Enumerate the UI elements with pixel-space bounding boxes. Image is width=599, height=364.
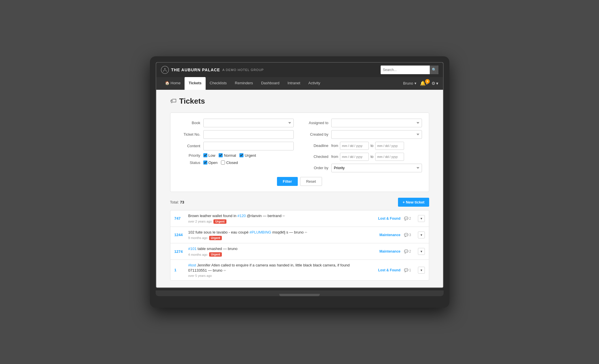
ticket-body: #101 table smashed — bruno 4 months ago …: [188, 246, 368, 257]
search-button[interactable]: 🔍: [430, 66, 438, 74]
search-box[interactable]: 🔍: [381, 66, 438, 74]
filter-priority-label: Priority: [177, 153, 200, 158]
nav-item-activity[interactable]: Activity: [304, 77, 324, 90]
filter-button[interactable]: Filter: [277, 177, 298, 186]
edit-icon[interactable]: ✏: [224, 269, 226, 272]
ticket-title: 102 fuite sous le lavabo - eau coupé #PL…: [188, 230, 368, 235]
nav-bell[interactable]: 🔔 3 ▾: [420, 81, 428, 86]
filter-status-label: Status: [177, 160, 200, 165]
checked-to-input[interactable]: [375, 153, 404, 161]
gear-icon: ⚙: [431, 81, 435, 86]
status-badge: Urgent: [213, 219, 226, 224]
status-open-checkbox[interactable]: [203, 160, 207, 165]
nav-item-tickets[interactable]: Tickets: [185, 77, 206, 90]
filter-orderby-label: Order by: [305, 166, 328, 170]
filter-content-label: Content: [177, 144, 200, 148]
filter-ticketno-input[interactable]: [203, 130, 294, 139]
brand-name: THE AUBURN PALACE: [171, 68, 220, 72]
ticket-action-button[interactable]: ▾: [418, 267, 425, 274]
nav-user[interactable]: Bruno ▾: [403, 81, 416, 85]
checked-from-input[interactable]: [340, 153, 369, 161]
filter-createdby-row: Created by: [305, 130, 422, 139]
edit-icon[interactable]: ✏: [282, 214, 285, 218]
status-closed-label: Closed: [226, 160, 238, 165]
new-ticket-button[interactable]: + New ticket: [398, 198, 429, 207]
deadline-from-input[interactable]: [340, 142, 369, 150]
deadline-to-input[interactable]: [375, 142, 404, 150]
filter-orderby-select[interactable]: Priority: [331, 164, 422, 172]
filter-form: Book Ticket No. Content Priority: [170, 113, 429, 192]
ticket-meta: over 2 years ago Urgent: [188, 219, 368, 224]
status-closed-item[interactable]: Closed: [221, 160, 238, 165]
edit-icon[interactable]: ✏: [305, 231, 307, 234]
filter-createdby-select[interactable]: [331, 130, 422, 139]
navbar: 🏠 Home Tickets Checklists Reminders Dash…: [156, 77, 443, 90]
ticket-id[interactable]: 747: [174, 216, 185, 221]
checked-inputs: from to: [331, 153, 404, 161]
nav-items: 🏠 Home Tickets Checklists Reminders Dash…: [161, 77, 403, 90]
status-closed-checkbox[interactable]: [221, 160, 225, 165]
filter-deadline-label: Deadline: [305, 143, 328, 148]
ticket-action-button[interactable]: ▾: [418, 232, 425, 238]
ticket-title: #lost Jennifer Atlen called to enquire i…: [188, 263, 368, 273]
filter-book-select[interactable]: [203, 119, 294, 127]
filter-assignedto-select[interactable]: [331, 119, 422, 127]
filter-assignedto-row: Assigned to: [305, 119, 422, 127]
filter-content-row: Content: [177, 142, 294, 150]
priority-low-item[interactable]: Low: [203, 153, 215, 158]
status-checkbox-group: Open Closed: [203, 160, 294, 165]
comment-icon: 💬: [404, 216, 408, 221]
nav-item-dashboard[interactable]: Dashboard: [257, 77, 284, 90]
deadline-inputs: from to: [331, 142, 404, 150]
ticket-meta: over 5 years ago: [188, 274, 368, 277]
filter-deadline-row: Deadline from to: [305, 142, 422, 150]
nav-item-intranet[interactable]: Intranet: [283, 77, 304, 90]
checked-from-label: from: [331, 155, 338, 159]
logo-icon: [161, 66, 169, 74]
table-row: 1274 #101 table smashed — bruno 4 months…: [170, 243, 429, 260]
filter-priority-row: Priority Low Normal: [177, 153, 294, 158]
priority-normal-item[interactable]: Normal: [219, 153, 236, 158]
laptop-base: [156, 290, 444, 296]
ticket-category[interactable]: Maintenance: [372, 233, 401, 237]
checked-to-label: to: [371, 155, 373, 159]
filter-content-input[interactable]: [203, 142, 294, 150]
priority-low-label: Low: [209, 153, 215, 158]
ticket-id[interactable]: 1274: [174, 249, 185, 254]
ticket-category[interactable]: Lost & Found: [372, 268, 401, 272]
nav-item-checklists[interactable]: Checklists: [206, 77, 231, 90]
page-title-area: 🏷 Tickets: [170, 97, 429, 106]
nav-item-reminders[interactable]: Reminders: [231, 77, 257, 90]
reset-button[interactable]: Reset: [300, 177, 322, 186]
ticket-link[interactable]: #120: [237, 214, 246, 218]
ticket-action-button[interactable]: ▾: [418, 215, 425, 222]
nav-item-home[interactable]: 🏠 Home: [161, 77, 185, 90]
table-row: 747 Brown leather wallet found in #120 @…: [170, 210, 429, 227]
filter-book-label: Book: [177, 121, 200, 125]
priority-urgent-checkbox[interactable]: [239, 153, 243, 157]
priority-low-checkbox[interactable]: [203, 153, 207, 157]
ticket-link[interactable]: #101: [188, 247, 197, 251]
ticket-category[interactable]: Maintenance: [372, 249, 401, 253]
filter-status-row: Status Open Closed: [177, 160, 294, 165]
ticket-link[interactable]: #PLUMBING: [250, 230, 271, 234]
tickets-header: Total: 73 + New ticket: [170, 198, 429, 207]
tag-icon: 🏷: [170, 97, 176, 105]
filter-book-row: Book: [177, 119, 294, 127]
status-open-item[interactable]: Open: [203, 160, 218, 165]
ticket-id[interactable]: 1244: [174, 233, 185, 237]
logo-area: THE AUBURN PALACE A DEMO HOTEL GROUP: [161, 66, 264, 74]
search-input[interactable]: [381, 66, 430, 74]
ticket-title: Brown leather wallet found in #120 @rlan…: [188, 213, 368, 219]
priority-urgent-label: Urgent: [245, 153, 256, 158]
bell-badge: 3: [425, 79, 430, 84]
ticket-category[interactable]: Lost & Found: [372, 216, 401, 221]
ticket-meta: 9 months ago Urgent: [188, 236, 368, 240]
priority-normal-checkbox[interactable]: [219, 153, 223, 157]
priority-urgent-item[interactable]: Urgent: [239, 153, 256, 158]
nav-gear[interactable]: ⚙ ▾: [431, 81, 438, 86]
ticket-id[interactable]: 1: [174, 268, 185, 272]
page-title: Tickets: [179, 97, 205, 106]
ticket-action-button[interactable]: ▾: [418, 248, 425, 255]
ticket-link[interactable]: #lost: [188, 263, 196, 267]
